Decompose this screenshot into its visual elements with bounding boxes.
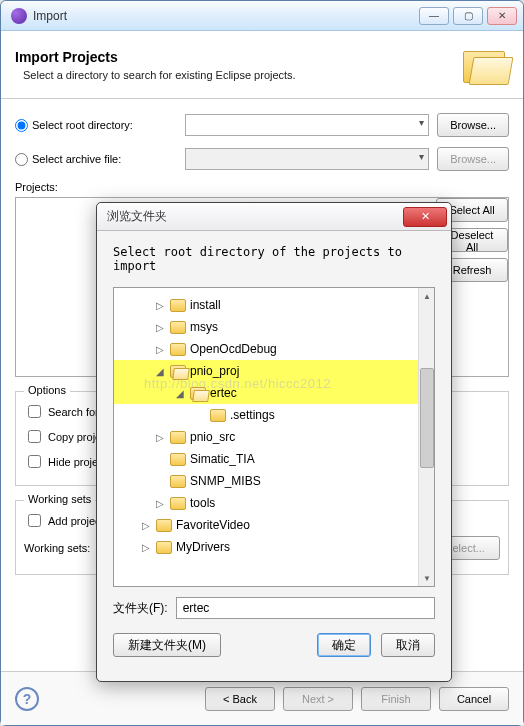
copy-projects-checkbox[interactable] (28, 430, 41, 443)
tree-item-label: msys (190, 320, 218, 334)
tree-item-label: Simatic_TIA (190, 452, 255, 466)
root-dir-radio-label[interactable]: Select root directory: (15, 119, 185, 132)
hide-existing-checkbox[interactable] (28, 455, 41, 468)
tree-item-label: tools (190, 496, 215, 510)
options-title: Options (24, 384, 70, 396)
folder-icon (170, 365, 186, 378)
ws-label: Working sets: (24, 542, 90, 554)
tree-item[interactable]: ▷FavoriteVideo (114, 514, 434, 536)
help-icon[interactable]: ? (15, 687, 39, 711)
folder-path-label: 文件夹(F): (113, 600, 168, 617)
banner: Import Projects Select a directory to se… (1, 31, 523, 99)
expander-icon[interactable]: ▷ (154, 344, 166, 355)
scroll-down-icon[interactable]: ▼ (420, 571, 434, 585)
window-controls: — ▢ ✕ (419, 7, 517, 25)
tree-item-label: install (190, 298, 221, 312)
tree-item-label: ertec (210, 386, 237, 400)
browse-folder-dialog: 浏览文件夹 ✕ Select root directory of the pro… (96, 202, 452, 682)
maximize-button[interactable]: ▢ (453, 7, 483, 25)
expander-icon[interactable]: ◢ (154, 366, 166, 377)
modal-titlebar: 浏览文件夹 ✕ (97, 203, 451, 231)
tree-item[interactable]: .settings (114, 404, 434, 426)
projects-label: Projects: (15, 181, 509, 193)
new-folder-button[interactable]: 新建文件夹(M) (113, 633, 221, 657)
finish-button: Finish (361, 687, 431, 711)
tree-item[interactable]: ▷MyDrivers (114, 536, 434, 558)
root-dir-radio[interactable] (15, 119, 28, 132)
back-button[interactable]: < Back (205, 687, 275, 711)
banner-desc: Select a directory to search for existin… (23, 69, 461, 81)
folder-icon (156, 541, 172, 554)
modal-message: Select root directory of the projects to… (113, 245, 435, 273)
root-dir-label-text: Select root directory: (32, 119, 133, 131)
folder-icon (210, 409, 226, 422)
modal-body: Select root directory of the projects to… (97, 231, 451, 667)
tree-item[interactable]: SNMP_MIBS (114, 470, 434, 492)
tree-item-label: SNMP_MIBS (190, 474, 261, 488)
cancel-button[interactable]: Cancel (439, 687, 509, 711)
folder-icon (170, 343, 186, 356)
banner-title: Import Projects (15, 49, 461, 65)
working-sets-title: Working sets (24, 493, 95, 505)
tree-item[interactable]: ▷tools (114, 492, 434, 514)
tree-item-label: .settings (230, 408, 275, 422)
folder-icon (190, 387, 206, 400)
archive-radio-label[interactable]: Select archive file: (15, 153, 185, 166)
folder-path-input[interactable] (176, 597, 435, 619)
tree-item[interactable]: ◢pnio_proj (114, 360, 434, 382)
tree-item-label: MyDrivers (176, 540, 230, 554)
expander-icon[interactable]: ▷ (154, 300, 166, 311)
folder-icon (170, 453, 186, 466)
folder-icon (170, 497, 186, 510)
next-button: Next > (283, 687, 353, 711)
root-browse-button[interactable]: Browse... (437, 113, 509, 137)
add-to-ws-checkbox[interactable] (28, 514, 41, 527)
search-nested-checkbox[interactable] (28, 405, 41, 418)
modal-footer: 新建文件夹(M) 确定 取消 (113, 633, 435, 657)
modal-title: 浏览文件夹 (107, 208, 167, 225)
root-dir-row: Select root directory: Browse... (15, 113, 509, 137)
titlebar: Import — ▢ ✕ (1, 1, 523, 31)
archive-label-text: Select archive file: (32, 153, 121, 165)
tree-item-label: pnio_proj (190, 364, 239, 378)
folder-icon (170, 475, 186, 488)
tree-item[interactable]: ◢ertec (114, 382, 434, 404)
expander-icon[interactable]: ▷ (140, 542, 152, 553)
folder-tree[interactable]: http://blog.csdn.net/hiccc2012 ▷install▷… (113, 287, 435, 587)
tree-scrollbar[interactable]: ▲ ▼ (418, 288, 434, 586)
tree-item[interactable]: ▷OpenOcdDebug (114, 338, 434, 360)
scroll-up-icon[interactable]: ▲ (420, 289, 434, 303)
root-dir-combo[interactable] (185, 114, 429, 136)
archive-row: Select archive file: Browse... (15, 147, 509, 171)
tree-item-label: FavoriteVideo (176, 518, 250, 532)
tree-item[interactable]: ▷msys (114, 316, 434, 338)
folder-icon (170, 321, 186, 334)
folder-icon (170, 299, 186, 312)
expander-icon[interactable]: ▷ (154, 322, 166, 333)
expander-icon[interactable]: ◢ (174, 388, 186, 399)
expander-icon[interactable]: ▷ (154, 498, 166, 509)
modal-close-button[interactable]: ✕ (403, 207, 447, 227)
expander-icon[interactable]: ▷ (140, 520, 152, 531)
window-title: Import (33, 9, 67, 23)
minimize-button[interactable]: — (419, 7, 449, 25)
eclipse-icon (11, 8, 27, 24)
folder-icon (170, 431, 186, 444)
folder-path-row: 文件夹(F): (113, 597, 435, 619)
scroll-thumb[interactable] (420, 368, 434, 468)
tree-item[interactable]: ▷pnio_src (114, 426, 434, 448)
expander-icon[interactable]: ▷ (154, 432, 166, 443)
ok-button[interactable]: 确定 (317, 633, 371, 657)
archive-combo (185, 148, 429, 170)
close-button[interactable]: ✕ (487, 7, 517, 25)
tree-item[interactable]: Simatic_TIA (114, 448, 434, 470)
modal-cancel-button[interactable]: 取消 (381, 633, 435, 657)
archive-radio[interactable] (15, 153, 28, 166)
folder-icon (156, 519, 172, 532)
folder-open-icon (461, 45, 509, 85)
tree-item-label: pnio_src (190, 430, 235, 444)
archive-browse-button: Browse... (437, 147, 509, 171)
tree-item[interactable]: ▷install (114, 294, 434, 316)
tree-item-label: OpenOcdDebug (190, 342, 277, 356)
